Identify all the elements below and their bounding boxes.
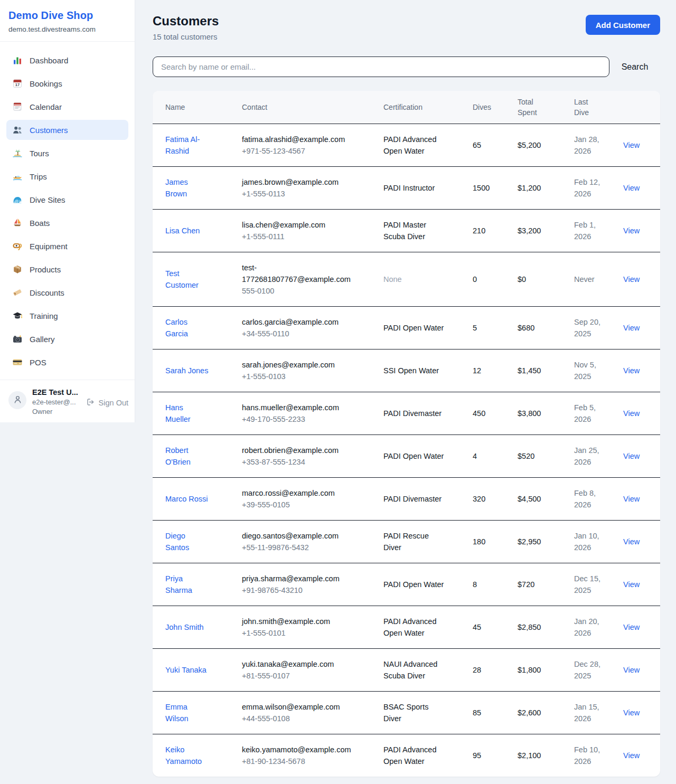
table-row: Test Customer test-1772681807767@example… [153, 252, 660, 306]
customer-name-link[interactable]: Fatima Al-Rashid [165, 134, 210, 157]
package-icon [12, 264, 23, 275]
table-row: Diego Santos diego.santos@example.com +5… [153, 520, 660, 563]
table-row: Hans Mueller hans.mueller@example.com +4… [153, 392, 660, 434]
customer-phone: +353-87-555-1234 [242, 456, 358, 468]
customer-actions-cell: View [611, 691, 660, 734]
sidebar-item-label: Tours [30, 149, 49, 158]
customer-dives: 320 [460, 477, 505, 520]
speedboat-icon [12, 171, 23, 182]
sidebar-item-pos[interactable]: POS [6, 352, 128, 372]
customer-total-spent: $2,950 [505, 520, 561, 563]
customers-table-card: Name Contact Certification Dives Total S… [153, 91, 660, 777]
customer-total-spent: $3,800 [505, 392, 561, 434]
sidebar-item-dive-sites[interactable]: Dive Sites [6, 190, 128, 210]
customers-table-body: Fatima Al-Rashid fatima.alrashid@example… [153, 124, 660, 777]
customer-name-link[interactable]: John Smith [165, 621, 204, 633]
customer-name-cell: Marco Rossi [153, 477, 229, 520]
sidebar-item-label: Products [30, 265, 61, 274]
customer-name-cell: Keiko Yamamoto [153, 734, 229, 777]
view-customer-link[interactable]: View [623, 409, 640, 418]
customer-name-link[interactable]: Diego Santos [165, 530, 210, 553]
sidebar-item-products[interactable]: Products [6, 259, 128, 279]
sidebar-item-label: POS [30, 358, 46, 367]
view-customer-link[interactable]: View [623, 275, 640, 284]
view-customer-link[interactable]: View [623, 751, 640, 760]
customer-actions-cell: View [611, 648, 660, 691]
view-customer-link[interactable]: View [623, 580, 640, 589]
customer-name-link[interactable]: Hans Mueller [165, 402, 210, 425]
customer-name-cell: Emma Wilson [153, 691, 229, 734]
customer-total-spent: $1,200 [505, 166, 561, 209]
view-customer-link[interactable]: View [623, 666, 640, 674]
page-title: Customers [153, 14, 219, 29]
sidebar-item-gallery[interactable]: Gallery [6, 329, 128, 349]
bookings-calendar-icon: 17 [12, 78, 23, 89]
customer-email: test-1772681807767@example.com [242, 262, 358, 285]
customer-name-link[interactable]: Emma Wilson [165, 701, 210, 724]
sidebar-item-discounts[interactable]: Discounts [6, 282, 128, 303]
customer-name-link[interactable]: Keiko Yamamoto [165, 744, 210, 767]
customer-dives: 12 [460, 349, 505, 392]
view-customer-link[interactable]: View [623, 495, 640, 503]
customer-last-dive: Nov 5, 2025 [561, 349, 611, 392]
customer-email: robert.obrien@example.com [242, 445, 358, 456]
sidebar-item-tours[interactable]: Tours [6, 143, 128, 163]
customer-contact-cell: diego.santos@example.com +55-11-99876-54… [229, 520, 371, 563]
sidebar-item-boats[interactable]: Boats [6, 213, 128, 233]
sailboat-icon [12, 218, 23, 228]
sidebar-item-customers[interactable]: Customers [6, 120, 128, 140]
sidebar-item-training[interactable]: Training [6, 306, 128, 326]
customer-phone: +34-555-0110 [242, 328, 358, 339]
customer-name-link[interactable]: Priya Sharma [165, 573, 210, 596]
column-header-dives: Dives [460, 91, 505, 124]
sidebar-item-bookings[interactable]: 17 Bookings [6, 73, 128, 93]
customer-name-link[interactable]: Lisa Chen [165, 225, 200, 237]
customer-name-link[interactable]: Test Customer [165, 268, 210, 291]
view-customer-link[interactable]: View [623, 366, 640, 375]
customer-last-dive: Jan 20, 2026 [561, 606, 611, 648]
customer-name-link[interactable]: Marco Rossi [165, 493, 208, 505]
view-customer-link[interactable]: View [623, 623, 640, 631]
customer-name-cell: Hans Mueller [153, 392, 229, 434]
sidebar-item-trips[interactable]: Trips [6, 166, 128, 186]
search-input[interactable] [153, 56, 609, 77]
table-row: Emma Wilson emma.wilson@example.com +44-… [153, 691, 660, 734]
view-customer-link[interactable]: View [623, 141, 640, 149]
sidebar-item-label: Boats [30, 219, 50, 228]
view-customer-link[interactable]: View [623, 709, 640, 717]
sidebar-item-equipment[interactable]: Equipment [6, 236, 128, 256]
customer-email: carlos.garcia@example.com [242, 316, 358, 328]
customer-name-link[interactable]: Carlos Garcia [165, 316, 210, 339]
view-customer-link[interactable]: View [623, 452, 640, 460]
add-customer-button[interactable]: Add Customer [586, 15, 660, 35]
sidebar-item-label: Gallery [30, 335, 55, 344]
customer-phone: +55-11-99876-5432 [242, 542, 358, 553]
view-customer-link[interactable]: View [623, 324, 640, 332]
customer-contact-cell: yuki.tanaka@example.com +81-555-0107 [229, 648, 371, 691]
column-header-last-dive: Last Dive [561, 91, 611, 124]
users-icon [12, 125, 23, 135]
customer-dives: 450 [460, 392, 505, 434]
customer-name-link[interactable]: Robert O'Brien [165, 445, 210, 468]
sidebar-item-dashboard[interactable]: Dashboard [6, 50, 128, 70]
customer-name-link[interactable]: Yuki Tanaka [165, 664, 206, 676]
search-button[interactable]: Search [609, 62, 660, 72]
customer-name-link[interactable]: Sarah Jones [165, 365, 208, 376]
avatar [8, 391, 26, 409]
customer-email: sarah.jones@example.com [242, 359, 358, 371]
shop-name: Demo Dive Shop [8, 10, 126, 22]
column-header-actions [611, 91, 660, 124]
sign-out-button[interactable]: Sign Out [86, 398, 128, 408]
page-header-text: Customers 15 total customers [153, 14, 219, 41]
customer-certification: PADI Advanced Open Water [371, 606, 460, 648]
customer-certification: PADI Advanced Open Water [371, 124, 460, 166]
table-row: Fatima Al-Rashid fatima.alrashid@example… [153, 124, 660, 166]
sidebar-item-label: Equipment [30, 242, 68, 251]
view-customer-link[interactable]: View [623, 184, 640, 192]
customer-name-link[interactable]: James Brown [165, 176, 210, 200]
sidebar-item-calendar[interactable]: Calendar [6, 97, 128, 117]
customer-certification: PADI Rescue Diver [371, 520, 460, 563]
wave-icon [12, 194, 23, 205]
view-customer-link[interactable]: View [623, 226, 640, 235]
view-customer-link[interactable]: View [623, 537, 640, 546]
